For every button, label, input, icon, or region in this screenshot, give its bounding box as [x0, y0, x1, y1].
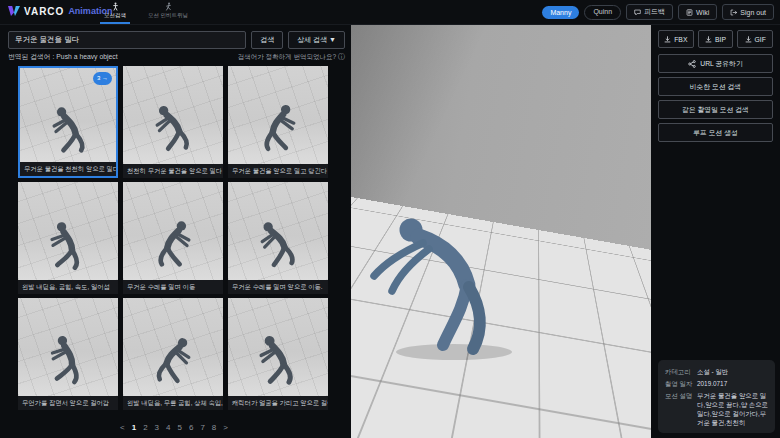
motion-thumbnail[interactable]: 왼발 내딛음, 무릎 굽힘, 상체 숙임, 양손 뻗음 — [123, 298, 223, 410]
same-shoot-date-search-button[interactable]: 같은 촬영일 모션 검색 — [658, 100, 773, 119]
timeline-segment-played — [416, 416, 456, 420]
pagination-page-8[interactable]: 8 — [212, 423, 216, 432]
motion-info-card: 카테고리 소설 - 일반 촬영 일자 2019.0717 모션 설명 무거운 물… — [658, 360, 775, 433]
tab-motion-inbetweening[interactable]: 모션 인비트위닝 — [144, 0, 192, 24]
repeat-icon[interactable]: ⇄ — [626, 413, 634, 423]
character-figure-icon — [35, 323, 101, 389]
motion-caption: 무거운 수레를 밀며 이동 — [123, 280, 223, 294]
motion-thumbnail[interactable]: 무거운 수레를 밀며 앞으로 이동. — [228, 182, 328, 294]
motion-caption: 캐릭터가 얼굴을 가리고 앞으로 걸어간다 — [228, 396, 328, 410]
brand-name: VARCO — [24, 6, 64, 17]
character-figure-icon — [247, 325, 308, 386]
motion-caption: 무거운 물건을 천천히 앞으로 밀다 — [20, 162, 116, 176]
motion-thumbnail[interactable]: 3 → 무거운 물건을 천천히 앞으로 밀다 — [18, 66, 118, 178]
motion-caption: 천천히 무거운 물건을 앞으로 밀다 — [123, 164, 223, 178]
motion-thumbnail[interactable]: 무거운 물건을 앞으로 밀고 당긴다 — [228, 66, 328, 178]
wiki-button[interactable]: Wiki — [678, 4, 717, 20]
search-results-panel: 검색 상세 검색 ▼ 번역된 검색어 : Push a heavy object… — [0, 24, 351, 438]
share-icon — [688, 60, 696, 68]
motion-preview-image — [123, 182, 223, 280]
motion-3d-viewport[interactable]: ⇄ — [351, 24, 651, 438]
motion-thumbnail[interactable]: 천천히 무거운 물건을 앞으로 밀다 — [123, 66, 223, 178]
pagination-page-6[interactable]: 6 — [189, 423, 193, 432]
tab-label: 모션 인비트위닝 — [148, 12, 188, 19]
pagination-prev[interactable]: < — [120, 423, 125, 432]
download-bip-button[interactable]: BIP — [698, 30, 734, 48]
motion-preview-image — [228, 182, 328, 280]
tab-label: 모션검색 — [104, 12, 126, 19]
translation-accuracy-prompt[interactable]: 검색어가 정확하게 번역되었나요? ⓘ — [238, 52, 345, 62]
similar-motion-search-button[interactable]: 비슷한 모션 검색 — [658, 77, 773, 96]
pagination-page-3[interactable]: 3 — [155, 423, 159, 432]
document-icon — [686, 9, 693, 16]
search-input[interactable] — [8, 31, 246, 49]
info-row-description: 모션 설명 무거운 물건을 앞으로 밀다,앞으로 끌다,양 손으로 밀다,앞으로… — [665, 391, 768, 427]
motion-preview-image — [228, 66, 328, 164]
motion-caption: 무거운 수레를 밀며 앞으로 이동. — [228, 280, 328, 294]
varco-animation-app: VARCO Animation 모션검색 모션 인비트위닝 Manny — [0, 0, 780, 438]
character-figure-icon — [143, 326, 204, 387]
sign-out-button[interactable]: Sign out — [722, 4, 774, 20]
motion-preview-image — [228, 298, 328, 396]
varco-logo-icon — [8, 5, 20, 17]
character-toggle-quinn[interactable]: Quinn — [584, 5, 621, 20]
motion-caption: 왼발 내딛음, 굽힘, 속도, 일어섬 — [18, 280, 118, 294]
character-figure-icon — [247, 209, 309, 271]
download-gif-button[interactable]: GIF — [737, 30, 773, 48]
info-row-shoot-date: 촬영 일자 2019.0717 — [665, 379, 768, 388]
download-fbx-button[interactable]: FBX — [658, 30, 694, 48]
top-bar: VARCO Animation 모션검색 모션 인비트위닝 Manny — [0, 0, 780, 25]
info-row-category: 카테고리 소설 - 일반 — [665, 367, 768, 376]
trim-end-handle[interactable] — [489, 413, 498, 422]
character-figure-icon — [145, 212, 201, 268]
advanced-search-button[interactable]: 상세 검색 ▼ — [288, 31, 345, 49]
pagination-page-7[interactable]: 7 — [200, 423, 204, 432]
timeline-track[interactable] — [386, 416, 619, 420]
send-to-viewer-badge[interactable]: 3 → — [93, 72, 112, 85]
motion-caption: 왼발 내딛음, 무릎 굽힘, 상체 숙임, 양손 뻗음 — [123, 396, 223, 410]
pagination-page-4[interactable]: 4 — [166, 423, 170, 432]
description-value: 무거운 물건을 앞으로 밀다,앞으로 끌다,양 손으로 밀다,앞으로 걸어가다,… — [697, 391, 768, 427]
main-tabs: 모션검색 모션 인비트위닝 — [100, 0, 192, 24]
timeline-segment-remaining — [456, 416, 493, 420]
character-toggle-manny[interactable]: Manny — [542, 6, 579, 19]
brand-logo[interactable]: VARCO Animation — [8, 5, 112, 17]
pagination-page-2[interactable]: 2 — [143, 423, 147, 432]
category-label: 카테고리 — [665, 367, 697, 376]
trim-start-handle[interactable] — [412, 413, 421, 422]
category-value: 소설 - 일반 — [697, 367, 768, 376]
description-label: 모션 설명 — [665, 391, 697, 427]
motion-thumbnail[interactable]: 무거운 수레를 밀며 이동 — [123, 182, 223, 294]
shoot-date-label: 촬영 일자 — [665, 379, 697, 388]
download-icon — [664, 36, 671, 43]
character-figure-icon — [143, 94, 203, 154]
motion-caption: 무언가를 잡면서 앞으로 걸어감 — [18, 396, 118, 410]
download-buttons-row: FBX BIP GIF — [658, 30, 773, 48]
share-url-button[interactable]: URL 공유하기 — [658, 54, 773, 73]
motion-thumbnail[interactable]: 왼발 내딛음, 굽힘, 속도, 일어섬 — [18, 182, 118, 294]
pagination-next[interactable]: > — [223, 423, 228, 432]
pagination: < 1 2 3 4 5 6 7 8 > — [18, 423, 330, 432]
character-figure-icon — [42, 98, 98, 154]
loop-motion-generate-button[interactable]: 루프 모션 생성 — [658, 123, 773, 142]
speech-bubble-icon — [634, 9, 641, 16]
motion-thumbnail[interactable]: 캐릭터가 얼굴을 가리고 앞으로 걸어간다 — [228, 298, 328, 410]
motion-thumbnail[interactable]: 무언가를 잡면서 앞으로 걸어감 — [18, 298, 118, 410]
top-right-actions: Manny Quinn 피드백 Wiki Sign out — [542, 4, 774, 20]
person-standing-icon — [111, 2, 120, 11]
person-running-icon — [164, 2, 173, 11]
playback-timeline: ⇄ — [364, 408, 641, 428]
pagination-page-1[interactable]: 1 — [132, 423, 136, 432]
action-sidebar: FBX BIP GIF URL 공유하기 비슷한 모 — [651, 24, 780, 438]
feedback-button[interactable]: 피드백 — [626, 4, 673, 20]
motion-caption: 무거운 물건을 앞으로 밀고 당긴다 — [228, 164, 328, 178]
shoot-date-value: 2019.0717 — [697, 379, 768, 388]
search-row: 검색 상세 검색 ▼ — [8, 31, 345, 47]
search-button[interactable]: 검색 — [251, 31, 283, 49]
tab-motion-search[interactable]: 모션검색 — [100, 0, 130, 24]
motion-preview-image — [123, 298, 223, 396]
pause-button[interactable] — [371, 413, 379, 423]
download-icon — [705, 36, 712, 43]
timeline-segment — [493, 416, 619, 420]
pagination-page-5[interactable]: 5 — [178, 423, 182, 432]
